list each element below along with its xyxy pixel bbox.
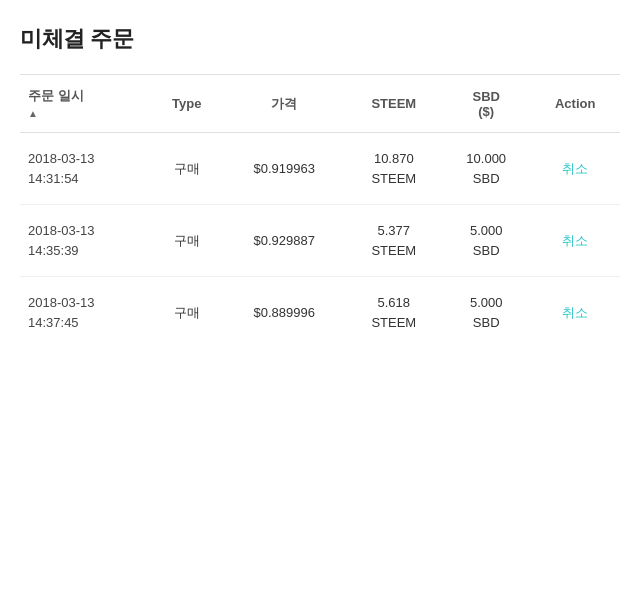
- cell-price: $0.889996: [223, 277, 346, 349]
- cell-type: 구매: [151, 205, 223, 277]
- cell-price: $0.929887: [223, 205, 346, 277]
- cell-action: 취소: [530, 277, 620, 349]
- col-header-steem: STEEM: [346, 75, 442, 133]
- sort-arrow-icon: ▲: [28, 108, 38, 119]
- table-row: 2018-03-13 14:31:54구매$0.91996310.870STEE…: [20, 133, 620, 205]
- col-header-date: 주문 일시 ▲: [20, 75, 151, 133]
- cancel-button[interactable]: 취소: [562, 233, 588, 248]
- cell-steem: 5.377STEEM: [346, 205, 442, 277]
- cell-type: 구매: [151, 133, 223, 205]
- col-header-type: Type: [151, 75, 223, 133]
- cell-action: 취소: [530, 133, 620, 205]
- table-row: 2018-03-13 14:37:45구매$0.8899965.618STEEM…: [20, 277, 620, 349]
- table-header-row: 주문 일시 ▲ Type 가격 STEEM SBD ($) Action: [20, 75, 620, 133]
- cell-steem: 5.618STEEM: [346, 277, 442, 349]
- cell-sbd: 10.000SBD: [442, 133, 530, 205]
- cell-date: 2018-03-13 14:37:45: [20, 277, 151, 349]
- col-header-price: 가격: [223, 75, 346, 133]
- col-header-action: Action: [530, 75, 620, 133]
- cell-price: $0.919963: [223, 133, 346, 205]
- col-header-sbd: SBD ($): [442, 75, 530, 133]
- cancel-button[interactable]: 취소: [562, 161, 588, 176]
- cell-date: 2018-03-13 14:31:54: [20, 133, 151, 205]
- orders-table: 주문 일시 ▲ Type 가격 STEEM SBD ($) Action 201…: [20, 74, 620, 348]
- cell-sbd: 5.000SBD: [442, 205, 530, 277]
- cell-date: 2018-03-13 14:35:39: [20, 205, 151, 277]
- cell-steem: 10.870STEEM: [346, 133, 442, 205]
- page-title: 미체결 주문: [20, 24, 620, 54]
- cell-sbd: 5.000SBD: [442, 277, 530, 349]
- cancel-button[interactable]: 취소: [562, 305, 588, 320]
- cell-action: 취소: [530, 205, 620, 277]
- table-row: 2018-03-13 14:35:39구매$0.9298875.377STEEM…: [20, 205, 620, 277]
- cell-type: 구매: [151, 277, 223, 349]
